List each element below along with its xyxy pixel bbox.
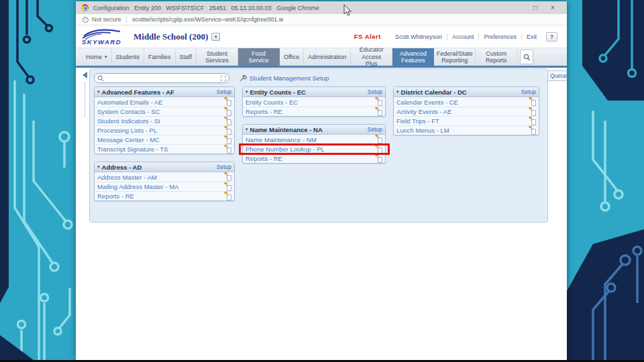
menu-item[interactable]: Reports - RE bbox=[95, 191, 234, 200]
student-management-setup[interactable]: Student Management Setup bbox=[239, 74, 329, 82]
menu-item[interactable]: Mailing Address Master - MA bbox=[95, 182, 234, 191]
preferences-link[interactable]: Preferences bbox=[478, 34, 521, 40]
panel-district-calendar: District Calendar - DC Setup Calendar Ev… bbox=[393, 86, 539, 135]
entity-selector-label: Middle School (200) bbox=[133, 32, 208, 42]
panel-header[interactable]: District Calendar - DC Setup bbox=[394, 87, 539, 97]
tab-home[interactable]: Home bbox=[82, 48, 112, 66]
setup-link[interactable]: Setup bbox=[368, 126, 382, 133]
jump-page-icon[interactable] bbox=[375, 135, 382, 143]
setup-link[interactable]: Setup bbox=[368, 88, 382, 95]
setup-link[interactable]: Setup bbox=[217, 88, 231, 95]
menu-item[interactable]: Message Center - MC bbox=[95, 135, 234, 144]
menu-item[interactable]: Student Indicators - SI bbox=[95, 116, 234, 125]
tab-educator-access-plus[interactable]: Educator Access Plus bbox=[351, 48, 392, 66]
address-separator: | bbox=[126, 16, 127, 23]
fs-alert-badge[interactable]: FS Alert bbox=[354, 33, 381, 40]
skyward-logo: SKYWARD bbox=[81, 28, 123, 46]
setup-link-label[interactable]: Student Management Setup bbox=[250, 74, 329, 82]
nav-search-button[interactable] bbox=[520, 50, 533, 64]
jump-page-icon[interactable] bbox=[224, 192, 231, 200]
jump-page-icon[interactable] bbox=[375, 98, 382, 106]
chrome-icon bbox=[81, 4, 89, 11]
sidebar-collapse-strip[interactable] bbox=[81, 70, 89, 117]
menu-item[interactable]: Field Trips - FT bbox=[394, 116, 539, 125]
menu-item[interactable]: Processing Lists - PL bbox=[95, 125, 234, 135]
address-bar[interactable]: Not secure | scottw/scripts/cgiip.exe/WS… bbox=[76, 14, 567, 25]
setup-link[interactable]: Setup bbox=[521, 88, 536, 95]
window-title: Configuration Entity 200 WS\FS\TS\CF 254… bbox=[93, 5, 527, 11]
panel-advanced-features: Advanced Features - AF Setup Automated E… bbox=[94, 86, 235, 154]
menu-item-phone-number-lookup[interactable]: Phone Number Lookup - PL bbox=[243, 144, 385, 154]
panel-header[interactable]: Address - AD Setup bbox=[95, 162, 234, 172]
jump-page-icon[interactable] bbox=[224, 145, 231, 154]
panel-collapse-icon[interactable] bbox=[97, 89, 100, 95]
jump-page-icon[interactable] bbox=[375, 155, 382, 163]
menu-item[interactable]: Activity Events - AE bbox=[394, 107, 539, 116]
account-link[interactable]: Account bbox=[447, 34, 479, 40]
panel-collapse-icon[interactable] bbox=[396, 89, 399, 95]
svg-text:SKYWARD: SKYWARD bbox=[82, 38, 121, 46]
tab-federal-state-reporting[interactable]: Federal/State Reporting bbox=[434, 48, 476, 66]
panel-collapse-icon[interactable] bbox=[246, 127, 248, 132]
column-2: Entity Counts - EC Setup Entity Counts -… bbox=[242, 86, 386, 201]
panel-title: District Calendar - DC bbox=[401, 88, 521, 96]
setup-link[interactable]: Setup bbox=[217, 164, 231, 170]
panel-header[interactable]: Advanced Features - AF Setup bbox=[95, 87, 234, 97]
tab-custom-reports[interactable]: Custom Reports bbox=[476, 48, 517, 66]
help-button[interactable]: ? bbox=[546, 32, 557, 42]
menu-item[interactable]: Name Maintenance - NM bbox=[243, 135, 385, 144]
main-nav-tabs: Home Students Families Staff Student Ser… bbox=[76, 48, 567, 68]
jump-page-icon[interactable] bbox=[224, 98, 231, 106]
search-options-icon[interactable] bbox=[221, 76, 226, 81]
print-queue-tab[interactable]: Queue bbox=[547, 70, 567, 81]
tab-staff[interactable]: Staff bbox=[176, 48, 197, 66]
security-label: Not secure bbox=[92, 16, 121, 23]
panel-header[interactable]: Name Maintenance - NA Setup bbox=[243, 125, 385, 135]
entity-dropdown-button[interactable] bbox=[211, 33, 220, 41]
maximize-button[interactable]: □ bbox=[527, 4, 544, 11]
tab-office[interactable]: Office bbox=[280, 48, 304, 66]
search-icon bbox=[97, 75, 104, 82]
menu-item[interactable]: Lunch Menus - LM bbox=[394, 125, 539, 135]
menu-item[interactable]: Entity Counts - EC bbox=[243, 97, 385, 107]
panel-header[interactable]: Entity Counts - EC Setup bbox=[243, 87, 385, 97]
menu-item[interactable]: Address Master - AM bbox=[95, 172, 234, 182]
jump-page-icon[interactable] bbox=[529, 98, 536, 106]
jump-page-icon[interactable] bbox=[224, 173, 231, 181]
panel-title: Name Maintenance - NA bbox=[250, 126, 368, 133]
menu-item[interactable]: Automated Emails - AE bbox=[95, 97, 234, 107]
menu-item[interactable]: System Contacts - SC bbox=[95, 107, 234, 116]
panel-columns: Advanced Features - AF Setup Automated E… bbox=[94, 86, 543, 201]
panel-title: Address - AD bbox=[102, 164, 217, 171]
user-name-link[interactable]: Scott Whitneyson bbox=[390, 34, 447, 40]
menu-item[interactable]: Calendar Events - CE bbox=[394, 97, 539, 107]
tab-advanced-features[interactable]: Advanced Features bbox=[392, 48, 434, 66]
menu-item[interactable]: Reports - RE bbox=[243, 107, 385, 116]
browser-window: Configuration Entity 200 WS\FS\TS\CF 254… bbox=[76, 1, 567, 360]
panel-name-maintenance: Name Maintenance - NA Setup Name Mainten… bbox=[242, 124, 386, 164]
url-text[interactable]: scottw/scripts/cgiip.exe/WService=wsKS/q… bbox=[132, 16, 283, 23]
tab-food-service[interactable]: Food Service bbox=[238, 48, 280, 66]
exit-link[interactable]: Exit bbox=[521, 34, 541, 40]
mouse-cursor bbox=[343, 4, 353, 17]
info-icon[interactable] bbox=[83, 17, 89, 23]
panel-address: Address - AD Setup Address Master - AM M… bbox=[94, 162, 235, 201]
menu-item[interactable]: Transcript Signature - TS bbox=[95, 144, 234, 154]
queue-tab-label: Queue bbox=[550, 72, 567, 79]
panel-collapse-icon[interactable] bbox=[246, 89, 248, 95]
wrench-icon bbox=[239, 74, 247, 82]
search-input[interactable] bbox=[104, 74, 221, 82]
tab-students[interactable]: Students bbox=[112, 48, 145, 66]
jump-page-icon[interactable] bbox=[375, 108, 382, 116]
jump-page-icon[interactable] bbox=[529, 127, 536, 135]
menu-item[interactable]: Reports - RE bbox=[243, 154, 385, 163]
panel-collapse-icon[interactable] bbox=[97, 164, 100, 170]
close-button[interactable]: × bbox=[544, 4, 561, 11]
collapse-left-icon[interactable] bbox=[83, 72, 87, 78]
browser-titlebar[interactable]: Configuration Entity 200 WS\FS\TS\CF 254… bbox=[76, 1, 567, 14]
search-box[interactable] bbox=[94, 73, 229, 83]
module-browse-area: Student Management Setup Advanced Featur… bbox=[89, 68, 548, 223]
tab-student-services[interactable]: Student Services bbox=[197, 48, 238, 66]
tab-administration[interactable]: Administration bbox=[304, 48, 351, 66]
tab-families[interactable]: Families bbox=[144, 48, 176, 66]
